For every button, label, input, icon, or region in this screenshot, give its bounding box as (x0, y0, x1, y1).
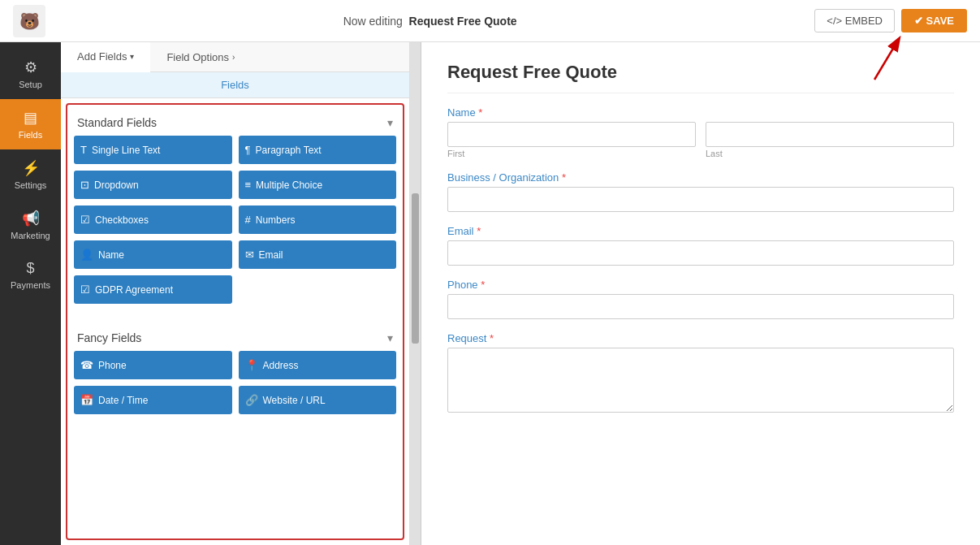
first-name-input[interactable] (447, 122, 696, 147)
date-time-label: Date / Time (98, 395, 148, 406)
field-btn-paragraph-text[interactable]: ¶ Paragraph Text (239, 136, 397, 164)
field-btn-name[interactable]: 👤 Name (74, 240, 232, 269)
settings-icon: ⚡ (22, 159, 40, 177)
field-btn-single-line-text[interactable]: T Single Line Text (74, 136, 232, 164)
fields-scroll-area[interactable]: Standard Fields ▾ T Single Line Text ¶ P… (66, 103, 404, 540)
phone-input[interactable] (447, 294, 954, 319)
request-required: * (490, 332, 494, 344)
name-label: Name (98, 249, 124, 261)
name-label-text: Name (447, 106, 476, 119)
top-bar-actions: </> EMBED ✔ SAVE (814, 9, 967, 32)
first-name-col: First (447, 122, 696, 158)
last-name-sublabel: Last (706, 149, 954, 158)
address-label: Address (263, 360, 299, 371)
tab-add-fields-label: Add Fields (77, 50, 127, 63)
fancy-fields-header: Fancy Fields ▾ (74, 327, 396, 351)
name-required: * (478, 106, 482, 119)
fancy-fields-title: Fancy Fields (77, 331, 141, 344)
date-time-icon: 📅 (80, 394, 93, 406)
business-required: * (562, 171, 566, 184)
fancy-fields-chevron: ▾ (387, 331, 393, 344)
sidebar-item-fields-label: Fields (19, 130, 42, 140)
field-btn-website-url[interactable]: 🔗 Website / URL (239, 386, 397, 414)
email-label-text: Email (447, 225, 474, 237)
standard-fields-grid: T Single Line Text ¶ Paragraph Text ⊡ Dr… (74, 136, 396, 304)
website-url-icon: 🔗 (245, 394, 258, 406)
field-btn-numbers[interactable]: # Numbers (239, 205, 397, 234)
editing-prefix: Now editing (343, 15, 403, 28)
fancy-fields-grid: ☎ Phone 📍 Address 📅 Date / Time 🔗 Websit… (74, 351, 396, 414)
fields-panel-tabs: Add Fields ▾ Field Options › (61, 42, 409, 72)
sidebar-item-marketing-label: Marketing (11, 231, 50, 240)
checkboxes-icon: ☑ (80, 214, 90, 226)
form-name-title: Request Free Quote (409, 15, 517, 28)
sidebar-item-settings[interactable]: ⚡ Settings (0, 149, 61, 200)
name-fields-row: First Last (447, 122, 954, 158)
fields-icon: ▤ (24, 109, 37, 127)
tab-add-fields[interactable]: Add Fields ▾ (61, 42, 150, 72)
address-icon: 📍 (245, 359, 258, 371)
sidebar-item-payments-label: Payments (11, 280, 50, 290)
email-required: * (477, 225, 481, 237)
business-input[interactable] (447, 187, 954, 212)
dropdown-label: Dropdown (94, 180, 139, 191)
field-btn-checkboxes[interactable]: ☑ Checkboxes (74, 205, 232, 234)
scroll-thumb[interactable] (412, 193, 419, 344)
form-field-phone: Phone * (447, 279, 954, 319)
business-field-label: Business / Organization * (447, 171, 954, 184)
dropdown-icon: ⊡ (80, 179, 89, 191)
field-btn-phone[interactable]: ☎ Phone (74, 351, 232, 379)
field-options-chevron: › (232, 53, 235, 62)
phone-field-label: Phone * (447, 279, 954, 291)
save-button[interactable]: ✔ SAVE (901, 9, 967, 32)
paragraph-text-icon: ¶ (245, 144, 251, 156)
panel-label: Fields (61, 72, 409, 98)
checkboxes-label: Checkboxes (95, 214, 149, 226)
field-btn-email[interactable]: ✉ Email (239, 240, 397, 269)
paragraph-text-label: Paragraph Text (255, 145, 321, 156)
logo: 🐻 (13, 5, 45, 37)
phone-required: * (481, 279, 485, 291)
request-textarea[interactable] (447, 348, 954, 413)
field-btn-dropdown[interactable]: ⊡ Dropdown (74, 171, 232, 199)
form-field-business: Business / Organization * (447, 171, 954, 212)
phone-icon: ☎ (80, 359, 93, 371)
email-icon: ✉ (245, 249, 254, 261)
sidebar-item-marketing[interactable]: 📢 Marketing (0, 200, 61, 250)
multiple-choice-icon: ≡ (245, 179, 252, 191)
fields-panel: Add Fields ▾ Field Options › Fields Stan… (61, 42, 410, 545)
sidebar-item-payments[interactable]: $ Payments (0, 250, 61, 300)
sidebar-item-setup-label: Setup (19, 80, 42, 89)
email-input[interactable] (447, 240, 954, 266)
top-bar: 🐻 Now editing Request Free Quote </> EMB… (0, 0, 980, 42)
sidebar-nav: ⚙ Setup ▤ Fields ⚡ Settings 📢 Marketing … (0, 42, 61, 545)
arrows-svg (421, 107, 430, 432)
marketing-icon: 📢 (22, 210, 40, 227)
field-btn-date-time[interactable]: 📅 Date / Time (74, 386, 232, 414)
name-field-label: Name * (447, 106, 954, 119)
field-btn-multiple-choice[interactable]: ≡ Multiple Choice (239, 171, 397, 199)
form-preview: Request Free Quote Name * First Last (421, 42, 980, 545)
scroll-indicator (410, 42, 421, 545)
business-label-text: Business / Organization (447, 171, 559, 184)
numbers-icon: # (245, 214, 251, 226)
tab-field-options[interactable]: Field Options › (150, 42, 251, 71)
setup-icon: ⚙ (24, 58, 37, 76)
sidebar-item-setup[interactable]: ⚙ Setup (0, 49, 61, 99)
embed-button[interactable]: </> EMBED (814, 9, 895, 32)
last-name-col: Last (706, 122, 954, 158)
standard-fields-chevron: ▾ (387, 116, 393, 129)
standard-fields-title: Standard Fields (77, 116, 157, 129)
field-btn-address[interactable]: 📍 Address (239, 351, 397, 379)
first-name-sublabel: First (447, 149, 696, 158)
payments-icon: $ (26, 260, 34, 277)
last-name-input[interactable] (706, 122, 954, 147)
gdpr-label: GDPR Agreement (95, 284, 173, 296)
field-btn-gdpr-agreement[interactable]: ☑ GDPR Agreement (74, 275, 232, 304)
sidebar-item-fields[interactable]: ▤ Fields (0, 99, 61, 149)
numbers-label: Numbers (256, 214, 296, 226)
email-field-label: Email * (447, 225, 954, 237)
single-line-text-label: Single Line Text (92, 145, 161, 156)
phone-label-text: Phone (447, 279, 478, 291)
form-field-email: Email * (447, 225, 954, 266)
